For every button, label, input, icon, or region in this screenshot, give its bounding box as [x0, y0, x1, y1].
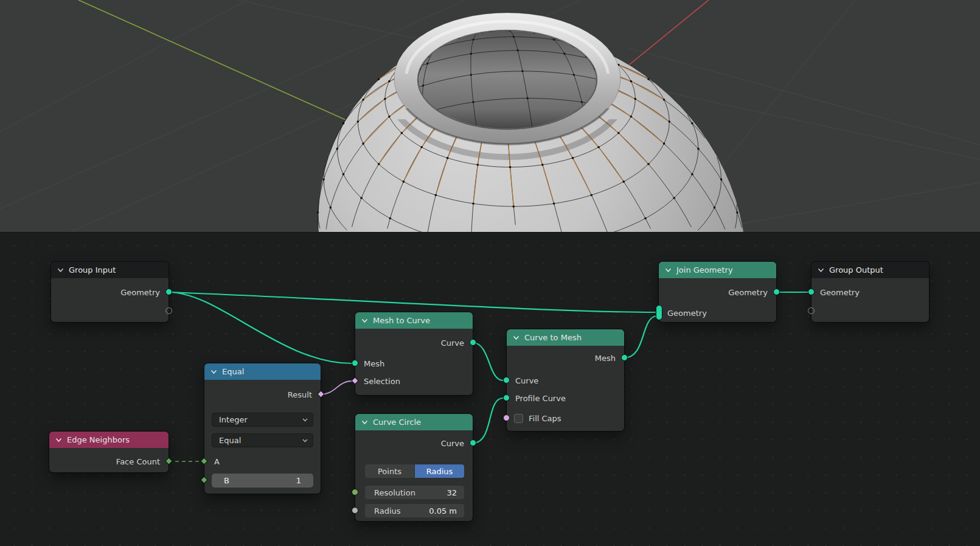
geometry-input-socket[interactable] — [808, 289, 815, 295]
socket-row: Mesh — [355, 355, 473, 372]
resolution-field[interactable]: Resolution 32 — [365, 486, 464, 499]
node-title: Join Geometry — [676, 265, 733, 275]
chevron-down-icon — [302, 418, 308, 422]
socket-row: Fill Caps — [507, 410, 624, 427]
mode-segmented-control: Points Radius — [365, 464, 464, 478]
node-curve-to-mesh[interactable]: Curve to Mesh Mesh Curve Profile Curve F… — [507, 329, 624, 431]
node-mesh-to-curve[interactable]: Mesh to Curve Curve Mesh Selection — [355, 312, 473, 395]
input-label: Profile Curve — [515, 394, 566, 403]
node-header[interactable]: Join Geometry — [659, 262, 776, 278]
input-label: A — [214, 457, 220, 466]
socket-row: Geometry — [659, 304, 776, 321]
input-value: 1 — [296, 476, 301, 485]
socket-row: Mesh — [507, 349, 624, 366]
node-header[interactable]: Group Output — [811, 262, 929, 278]
collapse-chevron-icon[interactable] — [665, 268, 672, 273]
link-groupinput-to-meshtocurve — [169, 292, 352, 363]
curve-output-socket[interactable] — [470, 339, 476, 346]
radius-input-socket[interactable] — [352, 507, 358, 514]
socket-row: A — [204, 453, 321, 470]
radius-field[interactable]: Radius 0.05 m — [365, 504, 464, 517]
input-label: B — [224, 476, 229, 485]
socket-row: Geometry — [811, 284, 929, 301]
curve-output-socket[interactable] — [470, 439, 476, 446]
link-groupinput-to-joingeometry — [169, 292, 656, 312]
socket-row: Profile Curve — [507, 390, 624, 407]
node-header[interactable]: Curve Circle — [355, 414, 473, 430]
node-title: Equal — [222, 367, 244, 376]
collapse-chevron-icon[interactable] — [361, 420, 368, 425]
node-header[interactable]: Mesh to Curve — [355, 312, 473, 329]
fill-caps-checkbox[interactable] — [514, 414, 523, 423]
virtual-output-socket[interactable] — [165, 307, 172, 314]
mode-button-radius[interactable]: Radius — [415, 464, 464, 478]
b-input-socket[interactable] — [200, 476, 208, 484]
field-label: Radius — [374, 506, 401, 516]
mesh-output-socket[interactable] — [621, 354, 628, 361]
fill-caps-input-socket[interactable] — [503, 415, 510, 421]
blender-window: Group Input Geometry Join Geometry Geome… — [0, 0, 980, 546]
link-curvetomesh-to-joingeometry — [624, 316, 656, 358]
input-label: Fill Caps — [529, 414, 561, 423]
data-type-dropdown[interactable]: Integer — [212, 413, 313, 427]
b-value-field[interactable]: B 1 — [212, 474, 313, 488]
node-header[interactable]: Curve to Mesh — [507, 329, 624, 346]
node-header[interactable]: Group Input — [51, 262, 169, 278]
geometry-nodes-editor[interactable]: Group Input Geometry Join Geometry Geome… — [0, 232, 980, 546]
socket-row: Curve — [355, 334, 473, 351]
node-join-geometry[interactable]: Join Geometry Geometry Geometry — [659, 262, 776, 322]
virtual-input-socket[interactable] — [808, 307, 815, 314]
geometry-multi-input-socket[interactable] — [656, 305, 662, 320]
link-meshtocurve-to-curvetomesh — [473, 343, 503, 380]
collapse-chevron-icon[interactable] — [57, 268, 64, 273]
field-value: 32 — [447, 488, 457, 497]
node-title: Curve Circle — [373, 418, 421, 427]
node-header[interactable]: Edge Neighbors — [49, 432, 169, 448]
profile-curve-input-socket[interactable] — [503, 394, 510, 401]
output-label: Result — [288, 390, 312, 399]
node-header[interactable]: Equal — [204, 363, 321, 380]
output-label: Face Count — [116, 457, 160, 466]
input-label: Mesh — [364, 359, 384, 368]
node-edge-neighbors[interactable]: Edge Neighbors Face Count — [49, 432, 169, 472]
mode-button-points[interactable]: Points — [365, 464, 414, 478]
socket-row: Curve — [507, 372, 624, 389]
link-result-to-selection — [321, 381, 352, 394]
socket-row: Selection — [355, 373, 473, 390]
geometry-output-socket[interactable] — [165, 289, 172, 295]
collapse-chevron-icon[interactable] — [818, 268, 824, 273]
dropdown-value: Integer — [219, 415, 248, 424]
output-label: Geometry — [120, 288, 160, 297]
resolution-input-socket[interactable] — [352, 489, 358, 495]
socket-row: Face Count — [49, 453, 169, 470]
field-label: Resolution — [374, 488, 415, 497]
socket-row: Geometry — [51, 284, 169, 301]
input-label: Curve — [515, 376, 538, 385]
node-title: Edge Neighbors — [67, 435, 130, 444]
node-title: Curve to Mesh — [524, 333, 582, 342]
output-label: Mesh — [595, 354, 616, 363]
output-label: Curve — [441, 338, 464, 348]
collapse-chevron-icon[interactable] — [361, 318, 368, 323]
node-group-output[interactable]: Group Output Geometry — [811, 262, 929, 322]
collapse-chevron-icon[interactable] — [513, 335, 520, 340]
viewport-canvas — [0, 0, 980, 232]
socket-row: Curve — [355, 435, 473, 452]
operation-dropdown[interactable]: Equal — [212, 433, 313, 447]
collapse-chevron-icon[interactable] — [55, 438, 62, 443]
chevron-down-icon — [302, 439, 308, 443]
mesh-input-socket[interactable] — [352, 360, 358, 366]
output-label: Curve — [441, 439, 464, 448]
node-group-input[interactable]: Group Input Geometry — [51, 262, 169, 322]
geometry-output-socket[interactable] — [773, 289, 780, 295]
node-title: Group Output — [829, 265, 883, 275]
field-value: 0.05 m — [429, 506, 457, 516]
input-label: Geometry — [667, 309, 707, 318]
3d-viewport[interactable] — [0, 0, 980, 232]
curve-input-socket[interactable] — [503, 377, 510, 383]
node-title: Mesh to Curve — [373, 316, 430, 325]
node-equal[interactable]: Equal Result Integer Equal A B 1 — [204, 363, 321, 494]
node-curve-circle[interactable]: Curve Circle Curve Points Radius Resolut… — [355, 414, 473, 521]
output-label: Geometry — [728, 288, 768, 297]
collapse-chevron-icon[interactable] — [210, 369, 217, 374]
